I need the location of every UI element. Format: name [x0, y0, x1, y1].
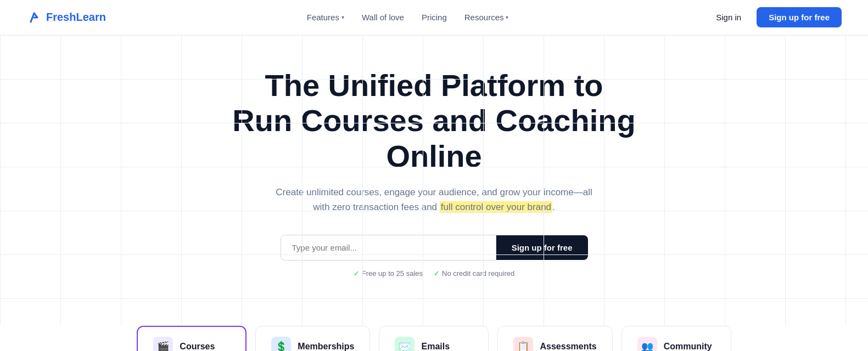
memberships-label: Memberships	[298, 342, 354, 351]
sign-up-button-nav[interactable]: Sign up for free	[757, 7, 842, 27]
feature-card-community[interactable]: 👥Community	[621, 326, 731, 351]
hero-subtitle: Create unlimited courses, engage your au…	[275, 185, 593, 214]
feature-card-assessments[interactable]: 📋Assessments	[497, 326, 612, 351]
freshlearn-logo-icon	[26, 10, 42, 25]
features-chevron-icon: ▾	[341, 14, 344, 20]
courses-label: Courses	[180, 342, 215, 351]
emails-label: Emails	[421, 342, 450, 351]
nav-pricing[interactable]: Pricing	[422, 13, 447, 22]
check-icon-2: ✓	[434, 269, 440, 278]
memberships-icon: 💲	[271, 337, 291, 351]
nav-wall-of-love[interactable]: Wall of love	[362, 13, 404, 22]
auth-buttons: Sign in Sign up for free	[709, 7, 842, 27]
email-form: Sign up for free	[281, 235, 588, 261]
email-input[interactable]	[281, 235, 496, 261]
courses-icon: 🎬	[153, 337, 173, 351]
hero-signup-button[interactable]: Sign up for free	[496, 235, 588, 260]
perks-row: ✓ Free up to 25 sales ✓ No credit card r…	[11, 269, 857, 278]
perk-no-credit-card: ✓ No credit card required	[434, 269, 514, 278]
sign-in-button[interactable]: Sign in	[709, 8, 748, 26]
navbar: FreshLearn Features ▾ Wall of love Prici…	[0, 0, 868, 35]
assessments-label: Assessments	[540, 342, 596, 351]
community-icon: 👥	[637, 337, 657, 351]
nav-links: Features ▾ Wall of love Pricing Resource…	[307, 13, 509, 22]
feature-card-memberships[interactable]: 💲Memberships	[255, 326, 370, 351]
perk-free-sales: ✓ Free up to 25 sales	[354, 269, 423, 278]
logo-area[interactable]: FreshLearn	[26, 10, 106, 25]
feature-card-emails[interactable]: ✉️Emails	[379, 326, 489, 351]
nav-features[interactable]: Features ▾	[307, 13, 344, 22]
nav-resources[interactable]: Resources ▾	[464, 13, 509, 22]
assessments-icon: 📋	[513, 337, 533, 351]
resources-chevron-icon: ▾	[506, 14, 508, 20]
logo-text: FreshLearn	[46, 11, 106, 24]
community-label: Community	[664, 342, 712, 351]
feature-cards-row: 🎬Courses💲Memberships✉️Emails📋Assessments…	[0, 326, 868, 351]
hero-title: The Unified Platform to Run Courses and …	[220, 68, 648, 174]
feature-card-courses[interactable]: 🎬Courses	[137, 326, 247, 351]
hero-section: The Unified Platform to Run Courses and …	[0, 35, 868, 326]
emails-icon: ✉️	[395, 337, 415, 351]
check-icon-1: ✓	[354, 269, 360, 278]
highlight-text: full control over your brand	[440, 201, 552, 213]
